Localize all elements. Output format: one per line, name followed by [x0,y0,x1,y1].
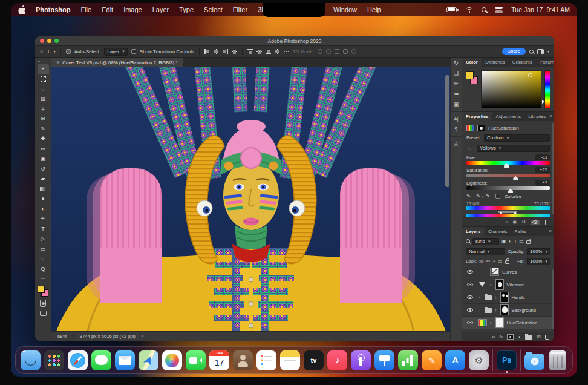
hue-slider[interactable] [466,161,550,165]
hue-range-adjuster[interactable] [466,211,550,214]
dock-finder-icon[interactable] [21,350,41,370]
align-top-icon[interactable] [247,49,253,54]
tool-crop[interactable]: # [38,104,49,114]
tab-color[interactable]: Color [462,58,482,67]
link-layers-icon[interactable]: ∞ [492,334,495,340]
brush-settings-panel-icon[interactable]: ✏ [454,81,459,87]
blend-mode-select[interactable]: Normal▾ [466,248,505,255]
hue-value[interactable]: -11 [535,154,550,160]
tool-history-brush[interactable]: ↺ [38,164,49,174]
dock-photoshop-icon[interactable]: Ps [497,350,517,370]
dock-trash-icon[interactable] [549,350,566,370]
opacity-select[interactable]: 100%▾ [527,248,550,255]
dock-mail-icon[interactable] [115,350,135,370]
panel-scrollbar[interactable] [552,269,554,329]
tab-swatches[interactable]: Swatches [482,58,509,67]
tab-libraries[interactable]: Libraries [524,112,549,121]
filter-kind-select[interactable]: Kind▾ [472,238,499,245]
tool-healing-brush[interactable]: ✚ [38,134,49,145]
document-tab[interactable]: × Cover Test V8.psd @ 68% (Hue/Saturatio… [51,58,183,67]
dock-launchpad-icon[interactable] [44,350,64,370]
filter-shape-icon[interactable]: ▭ [519,239,524,244]
add-adjustment-icon[interactable]: ◐ [518,334,521,340]
dock-music-icon[interactable]: ♪ [327,350,347,370]
curves-thumbnail[interactable] [490,268,499,276]
status-chevron-icon[interactable]: › [142,334,143,339]
filter-smart-icon[interactable] [526,240,531,244]
menu-item-edit[interactable]: Edit [102,6,113,13]
tab-channels[interactable]: Channels [485,227,511,236]
tab-paths[interactable]: Paths [511,227,530,236]
foreground-color-chip[interactable] [466,71,474,79]
home-icon[interactable]: ⌂ [40,49,43,54]
dock-notes-icon[interactable] [280,350,300,370]
clip-to-layer-icon[interactable]: ▫ [506,219,508,225]
layer-row-hands[interactable]: › ៖ Hands [462,291,554,304]
edit-toolbar-icon[interactable]: ··· [38,274,49,285]
layer-row-curves[interactable]: Curves [462,266,554,278]
hue-strip-marker[interactable] [542,100,544,104]
eyedropper-sample-icon[interactable]: ✎ [466,193,472,200]
collapse-tools-icon[interactable]: » [38,59,40,64]
menu-item-image[interactable]: Image [123,6,142,13]
align-center-h-icon[interactable] [214,49,219,54]
lock-all-icon[interactable] [505,260,509,264]
dock-pages-icon[interactable]: ✎ [422,350,442,370]
battery-icon[interactable] [446,7,457,12]
show-transform-checkbox[interactable] [131,49,136,54]
mask-thumbnail[interactable] [500,304,509,315]
layer-name[interactable]: Curves [502,269,517,275]
layer-name[interactable]: Hands [512,295,525,300]
visibility-eye-icon[interactable] [467,295,473,299]
menu-item-type[interactable]: Type [179,6,194,13]
eyedropper-add-icon[interactable]: ✎₊ [476,193,482,200]
filter-type-icon[interactable]: T [514,239,517,244]
dock-contacts-icon[interactable] [233,350,253,370]
eyedropper-subtract-icon[interactable]: ✎₋ [486,193,491,200]
tool-eyedropper[interactable]: ✎ [38,124,49,134]
layer-name[interactable]: Vibrance [507,282,525,288]
foreground-color-swatch[interactable] [38,286,45,293]
menu-item-file[interactable]: File [80,6,91,13]
dock-reminders-icon[interactable] [256,350,276,370]
tool-brush[interactable]: ✏ [38,144,49,154]
dock-maps-icon[interactable] [139,350,158,370]
search-icon[interactable] [529,50,534,54]
close-tab-icon[interactable]: × [56,59,59,65]
dock-messages-icon[interactable] [91,350,111,370]
workspace-icon[interactable] [537,49,544,54]
previous-state-icon[interactable]: ◉ [512,219,517,225]
lock-pixels-icon[interactable]: ✏ [486,258,491,264]
dock-system-settings-icon[interactable]: ⚙ [469,350,489,370]
layer-name[interactable]: Hue/Saturation [507,320,538,326]
visibility-eye-icon[interactable] [467,283,473,286]
zoom-level[interactable]: 68% [57,334,67,339]
lightness-slider[interactable] [466,186,550,190]
channel-select[interactable]: Yellows▾ [477,145,550,152]
delete-layer-icon[interactable] [545,335,549,340]
new-group-icon[interactable] [525,335,532,340]
dock-photos-icon[interactable] [162,350,182,370]
tab-properties[interactable]: Properties [462,112,492,121]
tool-hand[interactable]: ☞ [38,254,49,265]
mask-thumbnail[interactable] [500,292,509,303]
filter-pixel-icon[interactable]: ▣ [501,239,506,244]
tool-dodge[interactable]: ◐ [38,204,49,214]
filter-adjustment-icon[interactable]: ◐ [509,239,512,244]
color-picker-handle[interactable] [528,73,532,77]
new-layer-icon[interactable]: ⊞ [537,334,541,340]
workspace-chevron-icon[interactable]: ▾ [547,50,549,53]
dock-keynote-icon[interactable] [374,350,394,370]
wifi-icon[interactable] [465,7,473,13]
window-titlebar[interactable]: Adobe Photoshop 2023 [35,36,554,46]
tool-marquee[interactable] [38,74,49,85]
saturation-value[interactable]: +25 [535,167,550,173]
chevron-down-icon[interactable]: ▾ [54,50,56,53]
align-middle-icon[interactable] [232,49,237,54]
tool-presets-panel-icon[interactable]: ≔ [454,91,459,97]
glyphs-panel-icon[interactable]: A [454,141,458,147]
saturation-picker[interactable] [481,70,541,108]
tool-rectangle[interactable]: ▭ [38,244,49,254]
auto-select-checkbox[interactable] [66,49,71,54]
tool-pen[interactable]: ✒ [38,214,49,225]
